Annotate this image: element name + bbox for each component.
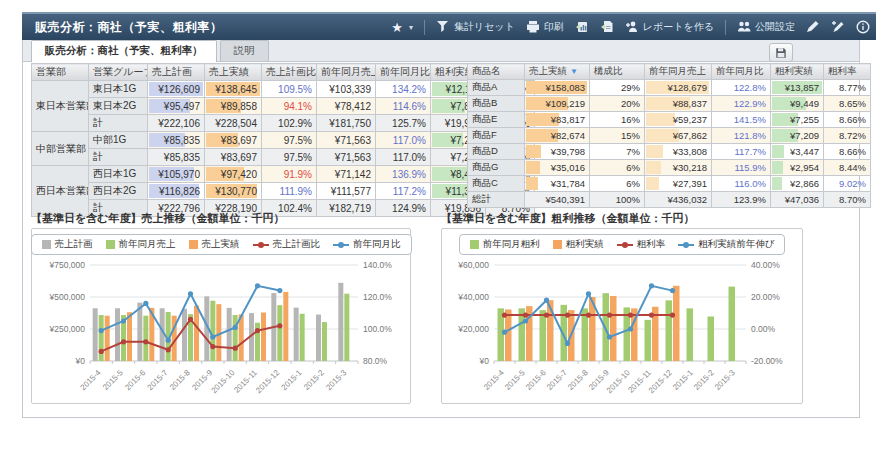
marker-粗利実績前年伸び[interactable] bbox=[670, 288, 675, 293]
bar-前年同月粗利[interactable] bbox=[708, 317, 715, 361]
marker-前年同月比[interactable] bbox=[166, 338, 171, 343]
table-row[interactable]: 商品F¥82,67415%¥67,862121.8%¥7,2098.72% bbox=[468, 128, 871, 144]
column-header[interactable]: 売上実績▼ bbox=[525, 64, 590, 80]
column-header[interactable]: 構成比 bbox=[590, 64, 645, 80]
bar-前年同月売上[interactable] bbox=[300, 314, 305, 361]
table-row[interactable]: 中部営業部中部1G¥85,835¥83,69797.5%¥71,563117.0… bbox=[32, 132, 535, 149]
bar-前年同月粗利[interactable] bbox=[666, 300, 673, 361]
bar-売上計画[interactable] bbox=[227, 308, 232, 361]
bar-粗利実績[interactable] bbox=[673, 286, 680, 361]
bar-売上計画[interactable] bbox=[316, 315, 321, 361]
marker-粗利実績前年伸び[interactable] bbox=[649, 283, 654, 288]
marker-前年同月比[interactable] bbox=[255, 283, 260, 288]
marker-前年同月比[interactable] bbox=[233, 325, 238, 330]
bar-前年同月粗利[interactable] bbox=[687, 308, 694, 361]
column-header[interactable]: 営業グループ bbox=[89, 64, 148, 81]
marker-前年同月比[interactable] bbox=[99, 328, 104, 333]
filter-reset-button[interactable]: 集計リセット bbox=[436, 20, 515, 34]
print-button[interactable]: 印刷 bbox=[526, 20, 564, 34]
table-row[interactable]: 東日本営業部東日本1G¥126,609¥138,645109.5%¥103,33… bbox=[32, 81, 535, 98]
bar-粗利実績[interactable] bbox=[610, 296, 617, 361]
bar-売上計画[interactable] bbox=[137, 303, 142, 361]
marker-粗利実績前年伸び[interactable] bbox=[502, 330, 507, 335]
export-doc-button[interactable] bbox=[600, 20, 614, 34]
marker-粗利率[interactable] bbox=[628, 312, 633, 317]
marker-粗利率[interactable] bbox=[670, 312, 675, 317]
column-header[interactable]: 前年同月比 bbox=[712, 64, 771, 80]
bar-売上実績[interactable] bbox=[261, 312, 266, 361]
bar-前年同月売上[interactable] bbox=[143, 316, 148, 361]
info-button[interactable] bbox=[856, 20, 870, 34]
marker-前年同月比[interactable] bbox=[210, 334, 215, 339]
marker-粗利実績前年伸び[interactable] bbox=[586, 291, 591, 296]
bar-前年同月売上[interactable] bbox=[344, 294, 349, 361]
table-row[interactable]: 商品C¥31,7846%¥27,391116.0%¥2,8669.02% bbox=[468, 176, 871, 192]
marker-売上計画比[interactable] bbox=[277, 323, 282, 328]
marker-粗利率[interactable] bbox=[649, 312, 654, 317]
bar-前年同月粗利[interactable] bbox=[540, 310, 547, 361]
favorite-button[interactable]: ★▾ bbox=[391, 20, 413, 35]
save-layout-button[interactable] bbox=[769, 43, 793, 62]
table-row[interactable]: 計¥85,835¥83,69797.5%¥71,563117.0%¥7,2418… bbox=[32, 149, 535, 166]
marker-売上計画比[interactable] bbox=[210, 344, 215, 349]
marker-粗利実績前年伸び[interactable] bbox=[544, 298, 549, 303]
marker-売上計画比[interactable] bbox=[233, 346, 238, 351]
table-row[interactable]: 商品D¥39,7987%¥33,808117.7%¥3,4478.66% bbox=[468, 144, 871, 160]
bar-前年同月売上[interactable] bbox=[210, 301, 215, 361]
bar-売上実績[interactable] bbox=[283, 292, 288, 361]
edit-add-button[interactable] bbox=[831, 20, 845, 34]
bar-前年同月粗利[interactable] bbox=[645, 320, 652, 361]
export-chart-button[interactable] bbox=[575, 20, 589, 34]
column-header[interactable]: 前年同月比 bbox=[376, 64, 431, 81]
column-header[interactable]: 前年同月売上 bbox=[317, 64, 376, 81]
bar-売上実績[interactable] bbox=[105, 316, 110, 361]
bar-売上計画[interactable] bbox=[294, 308, 299, 361]
table-row[interactable]: 東日本2G¥95,497¥89,85894.1%¥78,412114.6%¥7,… bbox=[32, 98, 535, 115]
marker-前年同月比[interactable] bbox=[277, 288, 282, 293]
bar-前年同月粗利[interactable] bbox=[729, 287, 736, 361]
tab-dashboard[interactable]: 販売分析：商社（予実、粗利率） bbox=[31, 40, 217, 62]
marker-売上計画比[interactable] bbox=[121, 339, 126, 344]
table-row[interactable]: 商品A¥158,08329%¥128,679122.8%¥13,8578.77% bbox=[468, 80, 871, 96]
column-header[interactable]: 粗利率 bbox=[824, 64, 871, 80]
bar-売上計画[interactable] bbox=[115, 308, 120, 361]
marker-粗利率[interactable] bbox=[586, 312, 591, 317]
bar-前年同月売上[interactable] bbox=[99, 315, 104, 361]
column-header[interactable]: 売上実績 bbox=[205, 64, 262, 81]
marker-粗利率[interactable] bbox=[523, 312, 528, 317]
marker-売上計画比[interactable] bbox=[143, 339, 148, 344]
marker-売上計画比[interactable] bbox=[166, 347, 171, 352]
column-header[interactable]: 商品名 bbox=[468, 64, 525, 80]
table-row[interactable]: 西日本営業部西日本1G¥105,970¥97,42091.9%¥71,14213… bbox=[32, 166, 535, 183]
table-row[interactable]: 商品E¥83,81716%¥59,237141.5%¥7,2558.66% bbox=[468, 112, 871, 128]
column-header[interactable]: 営業部 bbox=[32, 64, 89, 81]
bar-前年同月売上[interactable] bbox=[322, 322, 327, 361]
marker-前年同月比[interactable] bbox=[143, 301, 148, 306]
column-header[interactable]: 前年同月売上 bbox=[645, 64, 712, 80]
marker-粗利実績前年伸び[interactable] bbox=[607, 334, 612, 339]
table-row[interactable]: 計¥222,106¥228,504102.9%¥181,750125.7%¥19… bbox=[32, 115, 535, 132]
table-row[interactable]: 商品B¥109,21920%¥88,837122.9%¥9,4498.65% bbox=[468, 96, 871, 112]
marker-粗利実績前年伸び[interactable] bbox=[628, 326, 633, 331]
column-header[interactable]: 粗利実績 bbox=[771, 64, 824, 80]
create-report-button[interactable]: レポートを作る bbox=[625, 20, 714, 34]
marker-売上計画比[interactable] bbox=[99, 349, 104, 354]
marker-粗利実績前年伸び[interactable] bbox=[523, 318, 528, 323]
bar-前年同月売上[interactable] bbox=[277, 305, 282, 361]
marker-前年同月比[interactable] bbox=[188, 291, 193, 296]
bar-前年同月売上[interactable] bbox=[233, 315, 238, 361]
bar-売上実績[interactable] bbox=[127, 312, 132, 361]
edit-button[interactable] bbox=[806, 20, 820, 34]
bar-売上実績[interactable] bbox=[194, 306, 199, 361]
marker-粗利率[interactable] bbox=[502, 312, 507, 317]
marker-前年同月比[interactable] bbox=[121, 318, 126, 323]
marker-売上計画比[interactable] bbox=[188, 317, 193, 322]
bar-売上計画[interactable] bbox=[182, 309, 187, 361]
table-row[interactable]: 商品G¥35,0166%¥30,218115.9%¥2,9548.44% bbox=[468, 160, 871, 176]
bar-売上計画[interactable] bbox=[93, 308, 98, 361]
marker-粗利率[interactable] bbox=[565, 312, 570, 317]
publish-button[interactable]: 公開設定 bbox=[737, 20, 795, 34]
marker-粗利率[interactable] bbox=[544, 312, 549, 317]
table-row[interactable]: 西日本2G¥116,826¥130,770111.9%¥111,577117.2… bbox=[32, 183, 535, 200]
table-row[interactable]: 総計¥540,391100%¥436,032123.9%¥47,0368.70% bbox=[468, 192, 871, 208]
